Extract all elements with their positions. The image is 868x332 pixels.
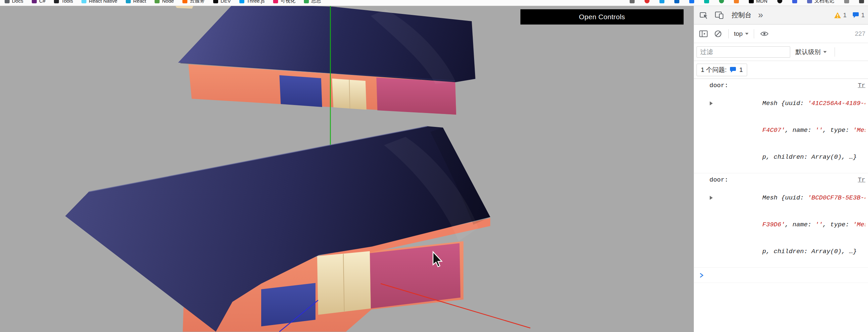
bookmark-favicon-icon [54,0,59,3]
upper-side-wall [376,78,456,115]
live-expression-eye-icon[interactable] [757,27,771,41]
object-preview-line: p, children: Array(0), …} [717,238,865,265]
bookmark-item[interactable]: React Native [82,0,117,4]
issues-label: 1 个问题: [701,65,726,74]
bookmark-item[interactable]: Node [155,0,174,4]
bookmark-item[interactable]: 思思 [304,0,321,4]
bookmark-item-icon-only[interactable] [689,0,694,3]
console-filter-bar: 默认级别 [694,43,868,61]
twitter-icon [659,0,664,3]
bookmark-item-icon-only[interactable] [630,0,634,3]
inspect-element-icon[interactable] [697,8,711,22]
bookmark-item[interactable]: C# [32,0,45,4]
bookmark-favicon-icon [807,0,812,3]
warning-badge[interactable]: 1 [834,11,847,19]
bookmarks-right: MDN文档笔记 [630,0,864,6]
bookmark-item[interactable]: Three.js [239,0,265,4]
bookmark-item[interactable]: 云服务 [182,0,205,4]
bookmarks-left: DocsC#ToolsReact NativeReactNode云服务DEVTh… [5,0,321,6]
bookmark-item[interactable]: 可视化 [273,0,295,4]
bookmark-favicon-icon [304,0,309,3]
bookmark-item-icon-only[interactable] [719,0,724,3]
chevron-down-icon [745,33,748,35]
log-levels-dropdown[interactable]: 默认级别 [794,48,829,56]
preview-text: , name: [785,221,815,228]
bookmark-label: React [133,0,146,4]
bookmark-item[interactable]: MDN [749,0,767,4]
object-preview-line: p, children: Array(0), …} [717,144,865,171]
warning-triangle-icon [834,12,841,19]
bookmark-label: DEV [220,0,231,4]
blue-icon [792,0,797,3]
device-toolbar-icon[interactable] [712,8,726,22]
console-source-link[interactable]: Tr [858,81,865,90]
bookmark-item-icon-only[interactable] [777,0,782,3]
preview-string: 'Mesh' [853,127,866,134]
linkedin-icon [674,0,679,3]
tab-console[interactable]: 控制台 [727,10,755,20]
upper-house [176,6,475,115]
bookmark-label: Tools [61,0,73,4]
console-log-label: door: [709,175,728,185]
expand-arrow-icon[interactable] [710,102,713,105]
preview-string: '41C256A4-4189-4D32-A3A [808,100,865,107]
bookmark-favicon-icon [5,0,9,3]
preview-text: p, children: Array(0), …} [763,248,857,255]
preview-text: Mesh {uuid: [763,194,808,201]
preview-string: 'BCD0CF7B-5E3B-4911-AF0 [808,194,865,201]
console-prompt-icon [699,272,704,278]
bookmark-item-icon-only[interactable] [659,0,664,3]
bookmark-label: React Native [89,0,117,4]
bookmark-item-icon-only[interactable] [645,0,650,3]
bookmark-favicon-icon [82,0,86,3]
bookmark-label: Docs [12,0,23,4]
chevron-down-icon [823,51,827,53]
console-filter-input[interactable] [696,46,790,58]
console-messages: door: Tr Mesh {uuid: '41C256A4-4189-4D32… [694,79,868,283]
gray-icon [844,0,849,3]
preview-string: '' [815,221,823,228]
bookmark-favicon-icon [126,0,131,3]
bookmark-item-icon-only[interactable] [734,0,739,3]
issues-count: 1 [739,66,743,74]
bookmark-item-icon-only[interactable] [859,0,864,3]
more-tabs-icon[interactable]: » [757,10,764,20]
preview-text: Mesh {uuid: [763,100,808,107]
issues-badge[interactable]: 1 [852,11,865,19]
threejs-canvas[interactable] [0,6,693,332]
execution-context-dropdown[interactable]: top [732,30,750,37]
upper-window [279,75,322,107]
threejs-viewport[interactable] [0,6,693,332]
bookmark-item[interactable]: React [126,0,146,4]
bookmark-favicon-icon [239,0,244,3]
bookmark-item-icon-only[interactable] [674,0,679,3]
bookmark-item-icon-only[interactable] [844,0,849,3]
object-preview-line: Mesh {uuid: '41C256A4-4189-4D32-A3A [717,90,865,117]
issues-bar: 1 个问题: 1 [694,61,868,79]
bookmark-item[interactable]: Docs [5,0,23,4]
console-sidebar-toggle-icon[interactable] [696,27,710,41]
bookmark-item[interactable]: 文档笔记 [807,0,834,4]
bookmark-label: 可视化 [280,0,295,4]
console-prompt[interactable] [694,268,868,283]
record-icon [645,0,650,3]
devtools-tab-bar: 控制台 » 1 1 [694,6,868,25]
object-preview-line: F39D6', name: '', type: 'Mesh', pa [717,212,865,238]
bookmark-item-icon-only[interactable] [792,0,797,3]
issues-button[interactable]: 1 个问题: 1 [696,64,747,76]
bookmark-label: MDN [756,0,767,4]
console-source-link[interactable]: Tr [858,175,865,185]
bookmarks-bar: DocsC#ToolsReact NativeReactNode云服务DEVTh… [0,0,868,6]
clear-console-icon[interactable] [711,27,725,41]
bookmark-favicon-icon [273,0,278,3]
preview-text: , name: [785,127,815,134]
open-controls-button[interactable]: Open Controls [520,9,684,25]
bookmark-item[interactable]: DEV [213,0,231,4]
object-preview-line: Mesh {uuid: 'BCD0CF7B-5E3B-4911-AF0 [717,185,865,212]
bookmark-item-icon-only[interactable] [704,0,709,3]
bookmark-favicon-icon [182,0,187,3]
console-message: door: Tr Mesh {uuid: 'BCD0CF7B-5E3B-4911… [694,173,868,268]
devtools-panel: 控制台 » 1 1 top [693,6,868,332]
bookmark-item[interactable]: Tools [54,0,73,4]
expand-arrow-icon[interactable] [710,196,713,200]
